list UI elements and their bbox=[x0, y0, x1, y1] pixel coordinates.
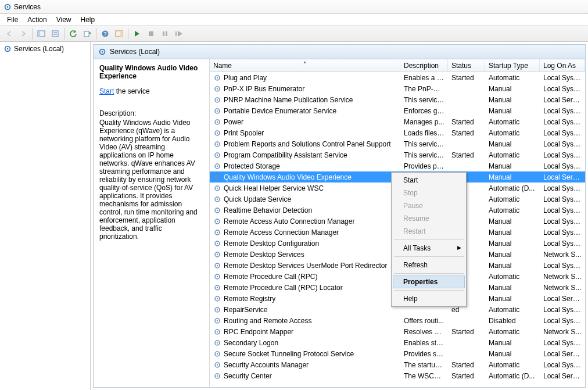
ctx-all-tasks[interactable]: All Tasks▶ bbox=[393, 242, 465, 255]
cell-name: PnP-X IP Bus Enumerator bbox=[210, 85, 400, 93]
services-gear-icon bbox=[98, 48, 106, 56]
column-headers: Name▲ Description Status Startup Type Lo… bbox=[210, 59, 585, 72]
sort-asc-icon: ▲ bbox=[303, 60, 307, 64]
nav-forward-button[interactable] bbox=[17, 27, 30, 40]
service-row[interactable]: Program Compatibility Assistant ServiceT… bbox=[210, 149, 585, 160]
context-menu: Start Stop Pause Resume Restart All Task… bbox=[391, 172, 467, 307]
start-service-button[interactable] bbox=[131, 27, 144, 40]
cell-log-on-as: Local Syste... bbox=[540, 317, 585, 325]
service-gear-icon bbox=[213, 96, 221, 104]
panel-body: Quality Windows Audio Video Experience S… bbox=[93, 59, 586, 388]
service-row[interactable]: Portable Device Enumerator ServiceEnforc… bbox=[210, 105, 585, 116]
nav-back-button[interactable] bbox=[3, 27, 16, 40]
cell-name: Realtime Behavior Detection bbox=[210, 206, 400, 214]
export-list-button[interactable] bbox=[81, 27, 94, 40]
cell-description: Provides su... bbox=[400, 350, 448, 358]
ctx-separator bbox=[394, 290, 464, 291]
service-row[interactable]: Problem Reports and Solutions Control Pa… bbox=[210, 138, 585, 149]
toolbar-separator bbox=[128, 28, 128, 40]
svg-rect-7 bbox=[84, 31, 89, 37]
col-name[interactable]: Name▲ bbox=[210, 59, 400, 71]
action-pane-button[interactable] bbox=[113, 27, 126, 40]
svg-point-33 bbox=[217, 143, 218, 144]
service-gear-icon bbox=[213, 306, 221, 314]
svg-point-65 bbox=[217, 320, 218, 321]
svg-point-57 bbox=[217, 275, 218, 277]
stop-service-button[interactable] bbox=[145, 27, 157, 40]
refresh-button[interactable] bbox=[67, 27, 80, 40]
service-row[interactable]: Secondary LogonEnables star...ManualLoca… bbox=[210, 337, 585, 348]
col-status[interactable]: Status bbox=[448, 59, 485, 71]
service-row[interactable]: Plug and PlayEnables a c...StartedAutoma… bbox=[210, 72, 585, 83]
services-list: Name▲ Description Status Startup Type Lo… bbox=[210, 59, 585, 387]
cell-log-on-as: Local Syste... bbox=[540, 239, 585, 248]
cell-description: Manages p... bbox=[400, 118, 448, 126]
cell-startup-type: Manual bbox=[485, 295, 540, 303]
menu-action[interactable]: Action bbox=[23, 15, 51, 25]
ctx-separator bbox=[394, 273, 464, 274]
service-row[interactable]: Security CenterThe WSCSV...StartedAutoma… bbox=[210, 370, 585, 381]
cell-startup-type: Automatic (D... bbox=[485, 184, 540, 192]
cell-startup-type: Manual bbox=[485, 217, 540, 226]
properties-button[interactable] bbox=[49, 27, 62, 40]
cell-name: Remote Access Connection Manager bbox=[210, 228, 400, 237]
service-row[interactable]: Security Accounts ManagerThe startup ...… bbox=[210, 359, 585, 370]
svg-rect-4 bbox=[52, 31, 58, 37]
service-row[interactable]: Routing and Remote AccessOffers routi...… bbox=[210, 315, 585, 326]
menubar: File Action View Help bbox=[0, 14, 588, 26]
tree-item-services-local[interactable]: Services (Local) bbox=[2, 44, 88, 53]
service-row[interactable]: Secure Socket Tunneling Protocol Service… bbox=[210, 348, 585, 359]
ctx-start[interactable]: Start bbox=[393, 174, 465, 187]
window-titlebar: Services bbox=[0, 0, 588, 14]
help-button[interactable]: ? bbox=[99, 27, 112, 40]
ctx-refresh[interactable]: Refresh bbox=[393, 259, 465, 271]
cell-name: Security Accounts Manager bbox=[210, 361, 400, 369]
cell-description: This service ... bbox=[400, 96, 448, 104]
service-row[interactable]: PNRP Machine Name Publication ServiceThi… bbox=[210, 94, 585, 105]
cell-log-on-as: Local Syste... bbox=[540, 85, 585, 93]
service-row[interactable]: PnP-X IP Bus EnumeratorThe PnP-X ...Manu… bbox=[210, 83, 585, 94]
service-row[interactable]: Protected StorageProvides pr...ManualLoc… bbox=[210, 160, 585, 171]
cell-name: Routing and Remote Access bbox=[210, 317, 400, 325]
svg-rect-14 bbox=[166, 31, 167, 36]
service-row[interactable]: PowerManages p...StartedAutomaticLocal S… bbox=[210, 116, 585, 127]
cell-log-on-as: Local Syste... bbox=[540, 228, 585, 237]
cell-log-on-as: Local Syste... bbox=[540, 162, 585, 170]
ctx-properties[interactable]: Properties bbox=[393, 275, 465, 288]
svg-point-27 bbox=[217, 110, 218, 111]
cell-name: Remote Procedure Call (RPC) bbox=[210, 273, 400, 281]
ctx-restart: Restart bbox=[393, 225, 465, 238]
cell-log-on-as: Network S... bbox=[540, 251, 585, 259]
svg-rect-12 bbox=[149, 31, 153, 36]
cell-status: Started bbox=[448, 118, 485, 126]
svg-point-31 bbox=[217, 132, 218, 133]
service-gear-icon bbox=[213, 85, 221, 93]
pause-service-button[interactable] bbox=[159, 27, 171, 40]
toolbar-separator bbox=[96, 28, 96, 40]
cell-name: PNRP Machine Name Publication Service bbox=[210, 96, 400, 104]
menu-view[interactable]: View bbox=[52, 15, 76, 25]
col-startup-type[interactable]: Startup Type bbox=[485, 59, 540, 71]
service-row[interactable]: RPC Endpoint MapperResolves RP...Started… bbox=[210, 326, 585, 337]
cell-description: This service ... bbox=[400, 151, 448, 159]
svg-point-69 bbox=[217, 342, 218, 343]
show-hide-tree-button[interactable] bbox=[35, 27, 48, 40]
cell-startup-type: Automatic bbox=[485, 195, 540, 203]
submenu-arrow-icon: ▶ bbox=[457, 245, 461, 251]
service-gear-icon bbox=[213, 173, 221, 181]
menu-file[interactable]: File bbox=[2, 15, 23, 25]
service-gear-icon bbox=[213, 328, 221, 336]
col-description[interactable]: Description bbox=[400, 59, 448, 71]
panel-heading: Services (Local) bbox=[93, 44, 586, 59]
cell-name: Quick Update Service bbox=[210, 195, 400, 203]
service-gear-icon bbox=[213, 151, 221, 159]
restart-service-button[interactable] bbox=[173, 27, 185, 40]
cell-status: Started bbox=[448, 372, 485, 380]
col-log-on-as[interactable]: Log On As bbox=[540, 59, 585, 71]
service-row[interactable]: Print SpoolerLoads files t...StartedAuto… bbox=[210, 127, 585, 138]
cell-log-on-as: Local Service bbox=[540, 173, 585, 181]
start-service-link[interactable]: Start bbox=[99, 87, 114, 95]
svg-point-73 bbox=[217, 364, 218, 365]
menu-help[interactable]: Help bbox=[76, 15, 100, 25]
ctx-help[interactable]: Help bbox=[393, 292, 465, 305]
